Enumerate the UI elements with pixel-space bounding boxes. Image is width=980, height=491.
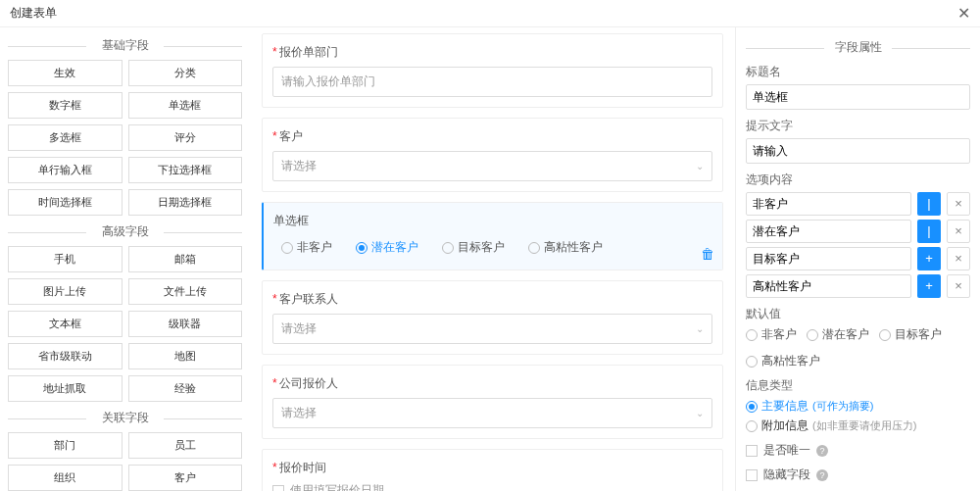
palette-grid: 手机邮箱图片上传文件上传文本框级联器省市级联动地图地址抓取经验 — [8, 246, 242, 402]
form-item[interactable]: *报价单部门请输入报价单部门 — [262, 33, 723, 108]
option-input[interactable] — [746, 220, 911, 243]
radio-icon — [281, 242, 293, 254]
palette-field[interactable]: 多选框 — [8, 124, 122, 151]
radio-off-icon — [746, 420, 758, 432]
delete-icon[interactable]: 🗑 — [701, 246, 714, 262]
close-icon[interactable]: ✕ — [957, 4, 970, 23]
text-input[interactable]: 请输入报价单部门 — [272, 67, 712, 97]
palette-field[interactable]: 省市级联动 — [8, 343, 122, 369]
option-row: +× — [746, 247, 970, 270]
palette-field[interactable]: 图片上传 — [8, 278, 122, 305]
add-option-button[interactable]: + — [917, 247, 941, 270]
palette-field[interactable]: 生效 — [8, 60, 122, 86]
palette-field[interactable]: 文本框 — [8, 311, 122, 337]
remove-option-button[interactable]: × — [947, 247, 970, 270]
hint-label: 提示文字 — [746, 118, 970, 134]
main: 基础字段生效分类数字框单选框多选框评分单行输入框下拉选择框时间选择框日期选择框高… — [0, 27, 980, 491]
form-canvas: *报价单部门请输入报价单部门*客户请选择⌄单选框非客户潜在客户目标客户高粘性客户… — [250, 27, 735, 491]
palette-grid: 部门员工组织客户联系人商机 — [8, 432, 242, 491]
palette-section-title: 基础字段 — [8, 37, 242, 54]
palette-field[interactable]: 手机 — [8, 246, 122, 272]
hint-input[interactable] — [746, 138, 970, 164]
info-sub-radio[interactable]: 附加信息 (如非重要请使用压力) — [746, 417, 970, 434]
radio-icon — [528, 242, 540, 254]
palette-field[interactable]: 邮箱 — [128, 246, 243, 272]
info-type-label: 信息类型 — [746, 377, 970, 394]
header: 创建表单 ✕ — [0, 0, 980, 27]
palette-section-title: 关联字段 — [8, 410, 242, 426]
chevron-down-icon: ⌄ — [696, 323, 704, 334]
default-option[interactable]: 潜在客户 — [807, 326, 869, 343]
palette-field[interactable]: 员工 — [128, 432, 243, 459]
palette-field[interactable]: 分类 — [128, 60, 243, 86]
unique-checkbox[interactable]: 是否唯一 ? — [746, 442, 970, 459]
field-palette: 基础字段生效分类数字框单选框多选框评分单行输入框下拉选择框时间选择框日期选择框高… — [0, 27, 250, 491]
palette-field[interactable]: 文件上传 — [128, 278, 243, 305]
select-input[interactable]: 请选择⌄ — [272, 398, 712, 428]
option-input[interactable] — [746, 247, 911, 270]
palette-field[interactable]: 地址抓取 — [8, 375, 122, 402]
form-item[interactable]: *报价时间使用填写报价日期 — [262, 449, 723, 491]
remove-option-button[interactable]: × — [947, 192, 970, 216]
form-item-label: *客户联系人 — [272, 291, 712, 308]
page-title: 创建表单 — [10, 5, 57, 22]
chevron-down-icon: ⌄ — [696, 408, 704, 418]
radio-on-icon — [746, 401, 758, 413]
option-input[interactable] — [746, 274, 911, 298]
radio-option[interactable]: 高粘性客户 — [528, 239, 603, 256]
property-panel: 字段属性 标题名 提示文字 选项内容 |×|×+×+× 默认值 非客户潜在客户目… — [735, 27, 980, 491]
palette-field[interactable]: 部门 — [8, 432, 122, 459]
edit-option-button[interactable]: | — [917, 220, 941, 243]
radio-icon — [807, 329, 818, 341]
palette-field[interactable]: 日期选择框 — [128, 189, 243, 216]
form-item[interactable]: *公司报价人请选择⌄ — [262, 365, 723, 439]
form-item[interactable]: 单选框非客户潜在客户目标客户高粘性客户🗑 — [262, 202, 723, 270]
option-input[interactable] — [746, 192, 911, 216]
default-label: 默认值 — [746, 306, 970, 322]
option-row: +× — [746, 274, 970, 298]
select-input[interactable]: 请选择⌄ — [272, 314, 712, 344]
form-item-label: 单选框 — [273, 213, 712, 229]
radio-icon — [356, 242, 368, 254]
name-input[interactable] — [746, 84, 970, 110]
radio-option[interactable]: 潜在客户 — [356, 239, 418, 256]
checkbox-icon — [746, 469, 758, 481]
palette-field[interactable]: 地图 — [128, 343, 243, 369]
radio-icon — [442, 242, 454, 254]
palette-field[interactable]: 时间选择框 — [8, 189, 122, 216]
remove-option-button[interactable]: × — [947, 274, 970, 298]
options-label: 选项内容 — [746, 172, 970, 188]
name-label: 标题名 — [746, 64, 970, 80]
radio-icon — [746, 356, 758, 368]
palette-field[interactable]: 单行输入框 — [8, 157, 122, 183]
edit-option-button[interactable]: | — [917, 192, 941, 216]
palette-field[interactable]: 客户 — [128, 465, 243, 491]
palette-field[interactable]: 经验 — [128, 375, 243, 402]
property-title: 字段属性 — [746, 39, 970, 56]
palette-field[interactable]: 数字框 — [8, 92, 122, 119]
checkbox-line[interactable]: 使用填写报价日期 — [272, 482, 712, 491]
palette-field[interactable]: 单选框 — [128, 92, 243, 119]
form-item[interactable]: *客户联系人请选择⌄ — [262, 280, 723, 355]
palette-field[interactable]: 下拉选择框 — [128, 157, 243, 183]
select-input[interactable]: 请选择⌄ — [272, 151, 712, 181]
palette-field[interactable]: 评分 — [128, 124, 243, 151]
hidden-checkbox[interactable]: 隐藏字段 ? — [746, 466, 970, 483]
palette-field[interactable]: 级联器 — [128, 311, 243, 337]
info-main-radio[interactable]: 主要信息 (可作为摘要) — [746, 398, 970, 415]
chevron-down-icon: ⌄ — [696, 161, 704, 172]
default-option[interactable]: 高粘性客户 — [746, 353, 820, 369]
default-option[interactable]: 目标客户 — [879, 326, 942, 343]
remove-option-button[interactable]: × — [947, 220, 970, 243]
option-row: |× — [746, 192, 970, 216]
radio-option[interactable]: 非客户 — [281, 239, 332, 256]
palette-field[interactable]: 组织 — [8, 465, 122, 491]
radio-option[interactable]: 目标客户 — [442, 239, 505, 256]
option-row: |× — [746, 220, 970, 243]
default-option[interactable]: 非客户 — [746, 326, 797, 343]
form-item[interactable]: *客户请选择⌄ — [262, 118, 723, 192]
help-icon[interactable]: ? — [816, 445, 828, 457]
form-item-label: *报价时间 — [272, 460, 712, 476]
add-option-button[interactable]: + — [917, 274, 941, 298]
help-icon[interactable]: ? — [816, 469, 828, 481]
